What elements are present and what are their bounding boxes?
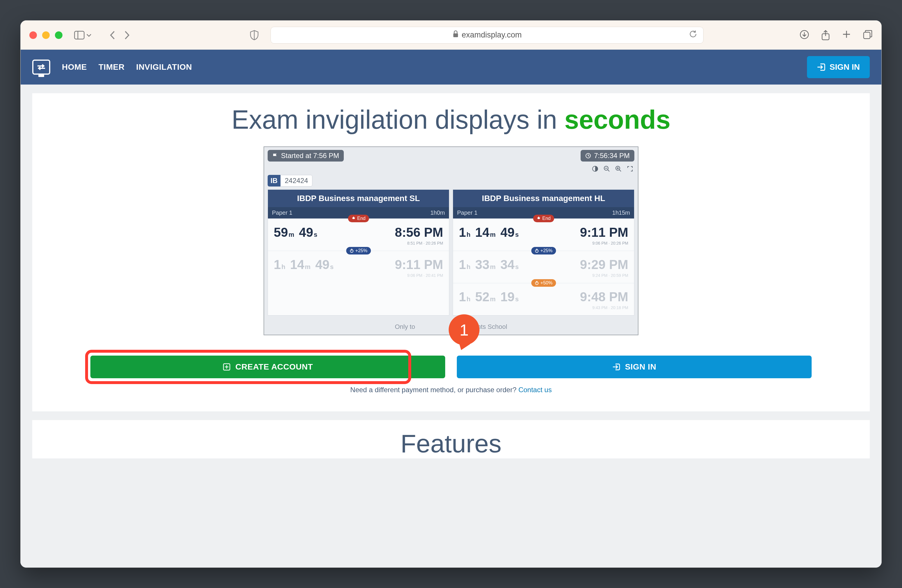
- panel-paper: Paper 1: [457, 210, 478, 216]
- nav-timer[interactable]: TIMER: [99, 63, 125, 72]
- panel-title: IBDP Business management HL: [453, 190, 634, 207]
- back-button[interactable]: [109, 30, 115, 40]
- exam-panels: IBDP Business management SLPaper 11h0mEn…: [264, 189, 638, 316]
- time-remaining: 1h 14m 49s: [274, 257, 335, 272]
- time-row: +50%1h 52m 19s9:48 PM9:43 PM · 20:18 PM: [453, 283, 634, 315]
- end-time: 9:29 PM: [580, 257, 628, 272]
- end-time-block: 9:29 PM9:24 PM · 20:59 PM: [580, 257, 628, 278]
- session-badge: IB 242424: [268, 175, 638, 186]
- fine-times: 9:06 PM · 20:26 PM: [580, 241, 628, 246]
- end-time-block: 9:11 PM9:06 PM · 20:41 PM: [395, 257, 443, 278]
- preview-toolbar: [264, 164, 638, 175]
- fullscreen-icon[interactable]: [627, 166, 633, 172]
- row-tag: +25%: [346, 247, 371, 255]
- cta-row: CREATE ACCOUNT SIGN IN: [32, 356, 870, 378]
- reload-icon[interactable]: [689, 30, 697, 41]
- svg-line-17: [608, 170, 609, 171]
- current-time-badge: 7:56:34 PM: [581, 150, 634, 161]
- close-window-icon[interactable]: [29, 31, 37, 39]
- share-icon[interactable]: [821, 30, 830, 41]
- time-row: End59m 49s8:56 PM8:51 PM · 20:26 PM: [268, 219, 449, 251]
- minimize-window-icon[interactable]: [42, 31, 50, 39]
- tab-overview-icon[interactable]: [863, 30, 873, 41]
- svg-rect-10: [864, 32, 870, 39]
- privacy-shield-icon[interactable]: [250, 30, 259, 41]
- panel-paper: Paper 1: [272, 210, 292, 216]
- panel-duration: 1h0m: [431, 210, 445, 216]
- started-at-badge: Started at 7:56 PM: [268, 150, 344, 161]
- lock-icon: [453, 30, 459, 40]
- annotation-bubble: 1: [449, 314, 479, 345]
- fine-times: 9:06 PM · 20:41 PM: [395, 273, 443, 278]
- features-card: Features: [32, 420, 870, 458]
- current-time-text: 7:56:34 PM: [594, 152, 630, 160]
- time-remaining: 59m 49s: [274, 225, 318, 240]
- time-row: +25%1h 33m 34s9:29 PM9:24 PM · 20:59 PM: [453, 251, 634, 283]
- downloads-icon[interactable]: [799, 30, 809, 41]
- panel-title: IBDP Business management SL: [268, 190, 449, 207]
- cta-subline-text: Need a different payment method, or purc…: [350, 386, 518, 394]
- signin-cta-button[interactable]: SIGN IN: [457, 356, 812, 378]
- signin-top-label: SIGN IN: [830, 63, 860, 72]
- page-body: Exam invigilation displays in seconds St…: [20, 84, 882, 568]
- new-tab-icon[interactable]: [842, 30, 851, 41]
- end-time: 9:11 PM: [580, 225, 628, 240]
- hero-title: Exam invigilation displays in seconds: [32, 105, 870, 135]
- session-code: 242424: [280, 175, 312, 186]
- flag-icon: [272, 153, 278, 159]
- end-time-block: 9:11 PM9:06 PM · 20:26 PM: [580, 225, 628, 246]
- end-time-block: 8:56 PM8:51 PM · 20:26 PM: [395, 225, 443, 246]
- end-time: 9:48 PM: [580, 289, 628, 304]
- site-logo-icon[interactable]: [32, 59, 50, 75]
- signin-icon: [612, 363, 620, 371]
- time-remaining: 1h 14m 49s: [459, 225, 520, 240]
- fullscreen-window-icon[interactable]: [55, 31, 63, 39]
- row-tag: End: [533, 215, 554, 222]
- chevron-down-icon: [86, 33, 92, 37]
- hero-title-accent: seconds: [564, 105, 670, 134]
- row-tag: +50%: [531, 279, 556, 287]
- contrast-icon[interactable]: [592, 166, 598, 172]
- time-row: +25%1h 14m 49s9:11 PM9:06 PM · 20:41 PM: [268, 251, 449, 283]
- signin-top-button[interactable]: SIGN IN: [807, 56, 870, 78]
- contact-us-link[interactable]: Contact us: [518, 386, 552, 394]
- annotation-number: 1: [459, 321, 468, 339]
- cta-subline: Need a different payment method, or purc…: [32, 386, 870, 394]
- create-account-button[interactable]: CREATE ACCOUNT: [90, 356, 445, 378]
- panel-duration: 1h15m: [612, 210, 630, 216]
- svg-rect-0: [75, 31, 84, 39]
- end-time: 9:11 PM: [395, 257, 443, 272]
- browser-window: examdisplay.com HOME TIMER INVIGILATION …: [20, 20, 882, 568]
- sidebar-toggle-button[interactable]: [71, 29, 94, 41]
- plus-box-icon: [222, 363, 231, 371]
- time-remaining: 1h 52m 19s: [459, 289, 520, 304]
- svg-rect-3: [453, 33, 458, 37]
- row-tag: End: [348, 215, 369, 222]
- hero-card: Exam invigilation displays in seconds St…: [32, 93, 870, 411]
- nav-invigilation[interactable]: INVIGILATION: [136, 63, 192, 72]
- zoom-in-icon[interactable]: [615, 166, 622, 172]
- end-time-block: 9:48 PM9:43 PM · 20:18 PM: [580, 289, 628, 310]
- end-time: 8:56 PM: [395, 225, 443, 240]
- time-remaining: 1h 33m 34s: [459, 257, 520, 272]
- clock-icon: [585, 153, 591, 159]
- exam-panel: IBDP Business management SLPaper 11h0mEn…: [268, 189, 449, 316]
- zoom-out-icon[interactable]: [604, 166, 610, 172]
- address-bar[interactable]: examdisplay.com: [271, 27, 703, 44]
- session-prefix: IB: [268, 175, 280, 186]
- create-account-label: CREATE ACCOUNT: [235, 362, 313, 372]
- features-heading: Features: [32, 429, 870, 458]
- nav-home[interactable]: HOME: [62, 63, 87, 72]
- fine-times: 9:24 PM · 20:59 PM: [580, 273, 628, 278]
- hero-title-prefix: Exam invigilation displays in: [232, 105, 565, 134]
- fine-times: 8:51 PM · 20:26 PM: [395, 241, 443, 246]
- browser-chrome: examdisplay.com: [20, 20, 882, 50]
- started-at-text: Started at 7:56 PM: [281, 152, 339, 160]
- nav-links: HOME TIMER INVIGILATION: [62, 63, 192, 72]
- exam-panel: IBDP Business management HLPaper 11h15mE…: [453, 189, 634, 316]
- forward-button[interactable]: [124, 30, 130, 40]
- fine-times: 9:43 PM · 20:18 PM: [580, 305, 628, 310]
- preview-footer-prefix: Only to: [395, 323, 415, 330]
- svg-line-20: [619, 170, 621, 171]
- signin-icon: [817, 63, 825, 72]
